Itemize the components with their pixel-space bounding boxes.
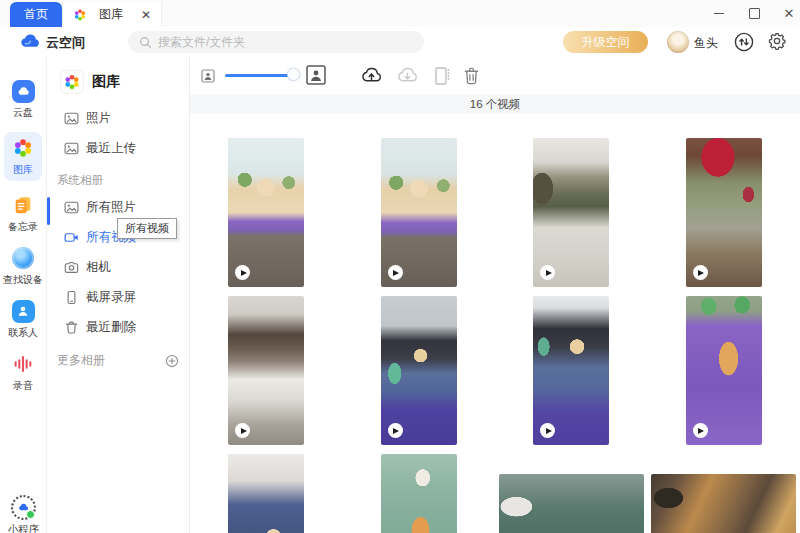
play-icon bbox=[388, 423, 403, 438]
rail-item-contacts[interactable]: 联系人 bbox=[0, 299, 46, 340]
video-thumbnail[interactable] bbox=[533, 138, 609, 287]
play-icon bbox=[388, 265, 403, 280]
sidebar-item-photos[interactable]: 照片 bbox=[47, 103, 189, 133]
play-icon bbox=[693, 423, 708, 438]
rail-item-gallery[interactable]: 图库 bbox=[4, 132, 42, 181]
thumbnail-size-large-icon[interactable] bbox=[306, 65, 326, 85]
window-maximize-button[interactable] bbox=[741, 0, 767, 27]
mini-program-qr-icon bbox=[11, 495, 36, 520]
delete-button[interactable] bbox=[461, 64, 481, 87]
tab-gallery[interactable]: 图库 ✕ bbox=[62, 2, 162, 27]
username: 鱼头 bbox=[694, 35, 718, 52]
add-album-button[interactable] bbox=[165, 354, 179, 368]
sidebar-item-screenshots[interactable]: 截屏录屏 bbox=[47, 282, 189, 312]
sidebar-item-recently-deleted[interactable]: 最近删除 bbox=[47, 312, 189, 342]
play-icon bbox=[540, 265, 555, 280]
toolbar bbox=[190, 57, 800, 94]
upload-button[interactable] bbox=[360, 64, 383, 87]
transfer-list-icon[interactable] bbox=[733, 31, 755, 53]
mini-program-entry[interactable]: 小程序 bbox=[0, 495, 47, 533]
active-item-indicator bbox=[47, 197, 50, 225]
window-close-button[interactable]: ✕ bbox=[776, 0, 800, 27]
rail-item-label: 备忘录 bbox=[1, 220, 45, 233]
gallery-icon bbox=[11, 136, 35, 160]
video-grid bbox=[190, 114, 800, 533]
video-count: 16 个视频 bbox=[190, 94, 800, 114]
sidebar-item-label: 相机 bbox=[86, 259, 111, 276]
video-thumbnail[interactable] bbox=[533, 296, 609, 445]
gallery-flower-icon bbox=[61, 71, 83, 93]
sidebar-item-camera[interactable]: 相机 bbox=[47, 252, 189, 282]
tab-strip: 首页 图库 ✕ ✕ bbox=[0, 0, 800, 27]
tab-gallery-label: 图库 bbox=[99, 6, 123, 23]
thumbnail-size-small-icon[interactable] bbox=[200, 68, 215, 83]
cloud-space-window: 首页 图库 ✕ ✕ 云空间 搜索文件/文件夹 升级空间 鱼头 bbox=[0, 0, 800, 533]
gallery-flower-icon bbox=[73, 8, 87, 22]
sidebar-item-label: 所有照片 bbox=[86, 199, 136, 216]
gallery-sidebar: 图库 照片 最近上传系统相册 所有照片 所有视频 相机 截屏录屏 最近删除更多相… bbox=[47, 57, 190, 533]
tab-close-icon[interactable]: ✕ bbox=[141, 9, 151, 21]
play-icon bbox=[235, 423, 250, 438]
search-placeholder: 搜索文件/文件夹 bbox=[158, 34, 245, 51]
notes-icon bbox=[11, 193, 35, 217]
sidebar-item-label: 最近删除 bbox=[86, 319, 136, 336]
rail-item-label: 云盘 bbox=[1, 106, 45, 119]
rail-item-label: 录音 bbox=[1, 379, 45, 392]
rail-item-cloud-drive[interactable]: 云盘 bbox=[0, 79, 46, 120]
cloud-logo-icon bbox=[20, 31, 41, 52]
video-thumbnail[interactable] bbox=[499, 474, 644, 533]
slider-thumb[interactable] bbox=[287, 68, 300, 81]
play-icon bbox=[540, 423, 555, 438]
find-device-icon bbox=[11, 246, 35, 270]
video-thumbnail[interactable] bbox=[228, 296, 304, 445]
avatar[interactable] bbox=[667, 31, 689, 53]
search-input[interactable]: 搜索文件/文件夹 bbox=[128, 31, 424, 53]
camera-icon bbox=[63, 259, 79, 275]
app-rail: 云盘 图库 备忘录 查找设备 联系人 录音 小程序 bbox=[0, 57, 47, 533]
play-icon bbox=[235, 265, 250, 280]
save-to-device-button[interactable] bbox=[432, 64, 452, 87]
app-header: 云空间 搜索文件/文件夹 升级空间 鱼头 bbox=[0, 27, 800, 58]
video-thumbnail[interactable] bbox=[381, 454, 457, 533]
video-thumbnail[interactable] bbox=[228, 138, 304, 287]
upgrade-space-button[interactable]: 升级空间 bbox=[563, 31, 648, 53]
photo-icon bbox=[63, 110, 79, 126]
photo-icon bbox=[63, 199, 79, 215]
cloud-drive-icon bbox=[11, 79, 35, 103]
rail-item-recorder[interactable]: 录音 bbox=[0, 352, 46, 393]
phone-icon bbox=[63, 289, 79, 305]
video-thumbnail[interactable] bbox=[651, 474, 796, 533]
rail-item-find-device[interactable]: 查找设备 bbox=[0, 246, 46, 287]
app-name: 云空间 bbox=[46, 34, 85, 52]
window-minimize-button[interactable] bbox=[706, 0, 732, 27]
more-albums-label: 更多相册 bbox=[57, 352, 105, 369]
download-button[interactable] bbox=[396, 64, 419, 87]
rail-item-label: 查找设备 bbox=[1, 273, 45, 286]
main-content: 16 个视频 bbox=[190, 57, 800, 533]
play-icon bbox=[693, 265, 708, 280]
tab-home[interactable]: 首页 bbox=[10, 2, 62, 27]
video-thumbnail[interactable] bbox=[686, 296, 762, 445]
video-thumbnail[interactable] bbox=[381, 296, 457, 445]
section-more-albums: 更多相册 bbox=[47, 342, 189, 369]
video-thumbnail[interactable] bbox=[381, 138, 457, 287]
sidebar-item-recent-uploads[interactable]: 最近上传 bbox=[47, 133, 189, 163]
sidebar-item-label: 截屏录屏 bbox=[86, 289, 136, 306]
sidebar-title: 图库 bbox=[92, 73, 120, 91]
photo-icon bbox=[63, 140, 79, 156]
sidebar-item-label: 照片 bbox=[86, 110, 111, 127]
rail-item-label: 图库 bbox=[5, 163, 41, 176]
recorder-icon bbox=[11, 352, 35, 376]
section-system-albums: 系统相册 bbox=[47, 163, 189, 192]
sidebar-header: 图库 bbox=[47, 57, 189, 103]
video-thumbnail[interactable] bbox=[228, 454, 304, 533]
video-icon bbox=[63, 229, 79, 245]
search-icon bbox=[139, 36, 152, 49]
tooltip-all-videos: 所有视频 bbox=[117, 218, 177, 239]
rail-item-label: 联系人 bbox=[1, 326, 45, 339]
rail-item-notes[interactable]: 备忘录 bbox=[0, 193, 46, 234]
trash-icon bbox=[63, 319, 79, 335]
settings-gear-icon[interactable] bbox=[767, 31, 789, 53]
video-thumbnail[interactable] bbox=[686, 138, 762, 287]
contacts-icon bbox=[11, 299, 35, 323]
